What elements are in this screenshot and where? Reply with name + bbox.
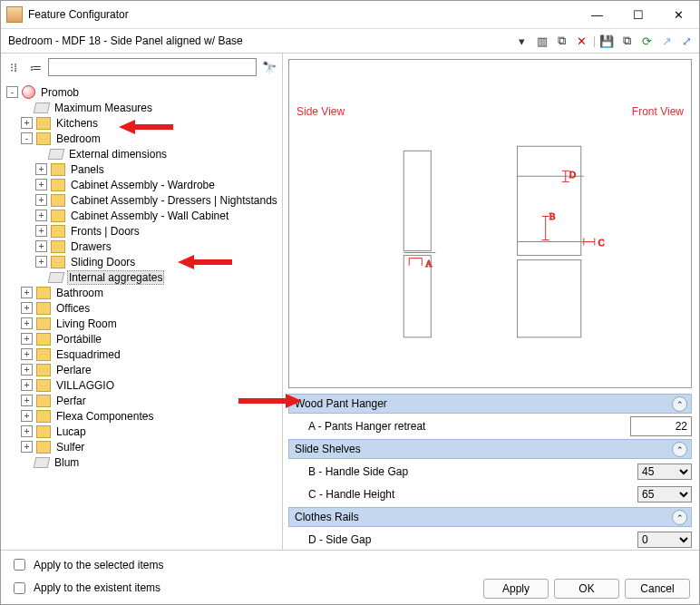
tree-node-bed-8[interactable]: +Fronts | Doors — [6, 223, 280, 239]
tree-node-top-15[interactable]: +Portábille — [6, 331, 280, 346]
tree-node-ext-dim[interactable]: External dimensions — [6, 146, 280, 161]
tree-label: Sulfer — [54, 441, 86, 454]
tree-node-top-18[interactable]: +VILLAGGIO — [6, 377, 280, 393]
tree-label: Cabinet Assembly - Dressers | Nightstand… — [69, 194, 279, 207]
bottom-bar: Apply to the selected items Apply to the… — [1, 550, 699, 604]
tree-label: External dimensions — [67, 148, 169, 161]
tree-label: Living Room — [54, 317, 119, 330]
titlebar: Feature Configurator — ☐ ✕ — [1, 1, 699, 29]
tree-label: Bathroom — [54, 287, 105, 299]
tree-label: Sliding Doors — [69, 256, 137, 268]
section-title: Clothes Rails — [295, 511, 359, 523]
tree-node-bed-10[interactable]: +Sliding Doors — [6, 254, 280, 269]
param-input-0-0[interactable] — [630, 416, 692, 436]
param-input-2-0[interactable]: 0 — [637, 532, 692, 548]
section-title: Slide Shelves — [295, 443, 361, 455]
duplicate-icon[interactable]: ⧉ — [553, 32, 571, 50]
tree-label: Internal aggregates — [67, 270, 164, 285]
view-label-front: Front View — [632, 105, 684, 118]
tree-node-top-14[interactable]: +Living Room — [6, 316, 280, 331]
section-header-2[interactable]: Clothes Rails⌃ — [288, 507, 692, 527]
tree-node-root[interactable]: -Promob — [6, 84, 280, 100]
ok-button[interactable]: OK — [554, 579, 619, 599]
tree-node-blum[interactable]: Blum — [6, 454, 280, 470]
apply-selected-row[interactable]: Apply to the selected items — [10, 556, 690, 573]
tree-label: Perlare — [54, 364, 93, 376]
section-header-0[interactable]: Wood Pant Hanger⌃ — [288, 394, 692, 414]
tree-label: Blum — [53, 456, 81, 469]
view-label-side: Side View — [297, 105, 345, 118]
tree-node-bedroom[interactable]: -Bedroom — [6, 131, 280, 146]
tree-node-internal-aggregates[interactable]: Internal aggregates — [6, 269, 280, 285]
tree-label: Cabinet Assembly - Wall Cabinet — [69, 210, 230, 222]
refresh-icon[interactable]: ⟳ — [637, 32, 656, 50]
tree-node-top-20[interactable]: +Flexa Componentes — [6, 408, 280, 424]
tree-node-max-measures[interactable]: Maximum Measures — [6, 100, 280, 115]
tree-node-top-21[interactable]: +Lucap — [6, 424, 280, 439]
apply-existent-checkbox[interactable] — [14, 582, 25, 594]
tree-tool-icon-1[interactable]: ⁝⁞ — [5, 58, 23, 76]
tree-label: Maximum Measures — [53, 102, 154, 114]
tree-node-top-19[interactable]: +Perfar — [6, 393, 280, 408]
tree-node-top-22[interactable]: +Sulfer — [6, 439, 280, 454]
apply-button[interactable]: Apply — [483, 579, 549, 599]
section-title: Wood Pant Hanger — [295, 397, 387, 410]
tree-node-bed-5[interactable]: +Cabinet Assembly - Wardrobe — [6, 177, 280, 192]
search-input[interactable] — [48, 58, 257, 76]
param-input-1-1[interactable]: 65 — [637, 486, 692, 503]
apply-existent-label: Apply to the existent items — [34, 581, 160, 594]
tree-view[interactable]: -PromobMaximum Measures+Kitchens-Bedroom… — [1, 81, 282, 550]
tree-node-bed-6[interactable]: +Cabinet Assembly - Dressers | Nightstan… — [6, 192, 280, 208]
section-header-1[interactable]: Slide Shelves⌃ — [288, 439, 692, 459]
tree-label: Fronts | Doors — [69, 225, 141, 238]
collapse-icon[interactable]: ⌃ — [672, 442, 687, 457]
tree-label: Esquadrimed — [54, 348, 122, 361]
delete-icon[interactable]: ✕ — [573, 32, 591, 50]
tree-tool-icon-2[interactable]: ≔ — [26, 58, 44, 76]
minimize-button[interactable]: — — [577, 2, 617, 27]
tree-node-top-13[interactable]: +Offices — [6, 300, 280, 316]
tree-toolbar: ⁝⁞ ≔ 🔭 — [1, 54, 282, 81]
save-icon[interactable]: 💾 — [598, 32, 616, 50]
param-row-2-0: D - Side Gap0 — [288, 530, 692, 550]
dim-a: A — [425, 259, 433, 268]
tree-label: Bedroom — [54, 132, 102, 145]
tree-pane: ⁝⁞ ≔ 🔭 -PromobMaximum Measures+Kitchens-… — [1, 54, 283, 550]
param-label: A - Pants Hanger retreat — [308, 420, 625, 433]
param-row-1-1: C - Handle Height65 — [288, 484, 692, 504]
param-input-1-0[interactable]: 45 — [637, 464, 692, 480]
dropdown-icon[interactable]: ▾ — [513, 32, 531, 50]
close-button[interactable]: ✕ — [658, 2, 699, 27]
dim-d: D — [569, 170, 576, 180]
link-icon[interactable]: ↗ — [657, 32, 676, 50]
tree-label: Lucap — [54, 425, 88, 438]
svg-rect-4 — [518, 260, 581, 337]
collapse-icon[interactable]: ⌃ — [672, 510, 687, 525]
window-title: Feature Configurator — [28, 8, 577, 21]
apply-existent-row[interactable]: Apply to the existent items — [10, 580, 483, 597]
tree-node-top-16[interactable]: +Esquadrimed — [6, 346, 280, 362]
button-row: Apply OK Cancel — [483, 579, 690, 599]
param-label: D - Side Gap — [308, 533, 632, 546]
svg-rect-0 — [403, 151, 431, 250]
module-icon[interactable]: ▥ — [533, 32, 551, 50]
breadcrumb[interactable]: Bedroom - MDF 18 - Side Panel aligned w/… — [5, 34, 511, 47]
tree-label: Drawers — [69, 240, 113, 253]
tree-node-top-12[interactable]: +Bathroom — [6, 285, 280, 300]
tree-label: Panels — [69, 163, 106, 176]
copy-icon[interactable]: ⧉ — [617, 32, 636, 50]
cancel-button[interactable]: Cancel — [625, 579, 690, 599]
tree-node-bed-4[interactable]: +Panels — [6, 161, 280, 177]
tree-label: Portábille — [54, 333, 103, 346]
tree-node-bed-7[interactable]: +Cabinet Assembly - Wall Cabinet — [6, 208, 280, 223]
tree-label: Kitchens — [54, 117, 100, 130]
maximize-button[interactable]: ☐ — [617, 2, 658, 27]
apply-selected-checkbox[interactable] — [14, 559, 25, 571]
tree-node-kitchens[interactable]: +Kitchens — [6, 115, 280, 131]
binoculars-icon[interactable]: 🔭 — [260, 58, 278, 76]
collapse-icon[interactable]: ⌃ — [672, 396, 687, 412]
tree-node-top-17[interactable]: +Perlare — [6, 362, 280, 377]
tree-node-bed-9[interactable]: +Drawers — [6, 239, 280, 254]
parameters-panel: Wood Pant Hanger⌃A - Pants Hanger retrea… — [288, 394, 692, 550]
expand-icon[interactable]: ⤢ — [677, 32, 695, 50]
